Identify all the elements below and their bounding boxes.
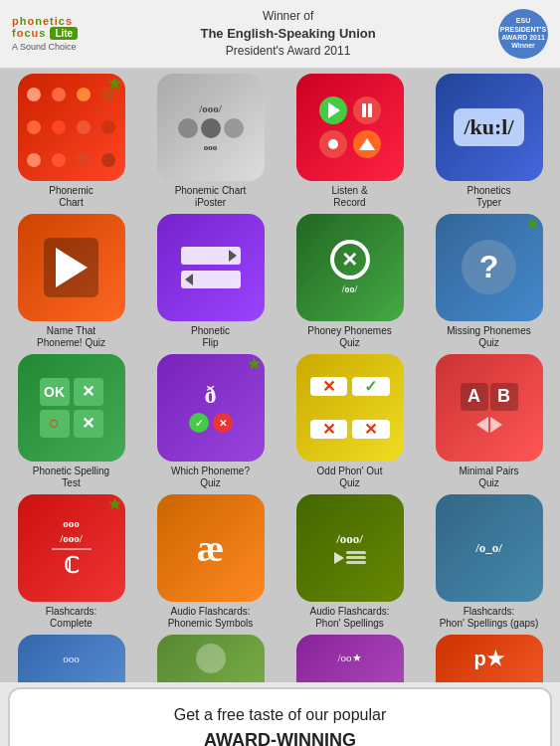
cta-area: Get a free taste of our popular AWARD-WI…	[8, 687, 552, 746]
app-item-partial2[interactable]	[143, 635, 278, 682]
icon-audio-phonemic: æ	[157, 494, 265, 602]
icon-which-phoneme: ð ✓ ✕	[157, 354, 265, 462]
app-item-minimal-pairs[interactable]: A B Minimal PairsQuiz	[422, 354, 556, 489]
logo-letter: u	[32, 27, 39, 40]
icon-partial4: p★	[436, 635, 543, 682]
app-item-odd-phon-out[interactable]: ✕ ✓ ✕ ✕ Odd Phon' OutQuiz	[282, 354, 417, 489]
esu-badge: ESU PRESIDENT'S AWARD 2011 Winner	[498, 9, 548, 59]
app-item-missing-phonemes[interactable]: ? Missing PhonemesQuiz	[422, 214, 556, 349]
logo-letter: e	[43, 15, 49, 27]
icon-phonetics-typer: /ku:l/	[436, 74, 543, 181]
app-grid-container: PhonemicChart /ooo/ ooo Phonemic ChartiP…	[0, 70, 560, 682]
app-item-flashcards-gaps[interactable]: /o_o/ Flashcards:Phon' Spellings (gaps)	[422, 494, 556, 630]
app-label-missing-phonemes: Missing PhonemesQuiz	[447, 325, 530, 349]
logo-area: p h o n e t i c s f o c u s Lite	[12, 15, 78, 52]
icon-partial1: ooo	[18, 635, 125, 682]
star-badge	[108, 497, 122, 511]
logo-letter: o	[17, 27, 24, 40]
icon-name-phoneme	[18, 214, 125, 321]
app-label-flashcards-gaps: Flashcards:Phon' Spellings (gaps)	[440, 606, 539, 630]
app-item-phoney-phonemes[interactable]: ✕ /oo/ Phoney PhonemesQuiz	[282, 214, 417, 349]
app-label-odd-phon-out: Odd Phon' OutQuiz	[317, 466, 383, 489]
app-label-phonemic-chart: PhonemicChart	[49, 185, 93, 209]
logo-letter: c	[24, 27, 30, 40]
app-label-audio-spellings: Audio Flashcards:Phon' Spellings	[309, 606, 389, 630]
app-item-partial4[interactable]: p★	[422, 635, 556, 682]
app-label-phonetics-typer: PhoneticsTyper	[467, 185, 511, 209]
app-label-listen-record: Listen &Record	[331, 185, 367, 209]
app-label-spelling-test: Phonetic SpellingTest	[33, 466, 109, 489]
star-badge	[248, 357, 262, 371]
icon-flashcards-gaps: /o_o/	[436, 494, 543, 602]
app-item-partial3[interactable]: /oo★	[282, 635, 417, 682]
logo-letter: c	[59, 15, 65, 27]
logo-letter: h	[20, 15, 27, 27]
icon-missing-phonemes: ?	[436, 214, 543, 321]
app-item-spelling-test[interactable]: OK ✕ ○ ✕ Phonetic SpellingTest	[4, 354, 138, 489]
app-label-audio-phonemic: Audio Flashcards:Phonemic Symbols	[168, 606, 254, 630]
lite-badge: Lite	[50, 27, 78, 40]
icon-audio-spellings: /ooo/	[296, 494, 404, 602]
award-text: Winner of The English-Speaking Union Pre…	[200, 8, 375, 60]
logo-letter: n	[35, 15, 42, 27]
icon-iposter: /ooo/ ooo	[157, 74, 265, 181]
icon-listen-record	[296, 74, 404, 181]
app-label-name-phoneme: Name ThatPhoneme! Quiz	[37, 325, 105, 349]
app-item-iposter[interactable]: /ooo/ ooo Phonemic ChartiPoster	[143, 74, 278, 209]
app-item-partial1[interactable]: ooo	[4, 635, 138, 682]
icon-phoney-phonemes: ✕ /oo/	[296, 214, 404, 321]
star-badge	[526, 217, 540, 231]
app-label-phonetic-flip: PhoneticFlip	[191, 325, 230, 349]
icon-partial3: /oo★	[296, 635, 404, 682]
app-label-phoney-phonemes: Phoney PhonemesQuiz	[307, 325, 392, 349]
logo-letter: t	[50, 15, 54, 27]
app-item-phonetics-typer[interactable]: /ku:l/ PhoneticsTyper	[422, 74, 556, 209]
logo-letter: f	[12, 27, 16, 40]
logo-letter: o	[27, 15, 34, 27]
logo-letter: s	[39, 27, 45, 40]
icon-flashcards-complete: ooo /ooo/ ℂ	[18, 494, 125, 602]
app-item-which-phoneme[interactable]: ð ✓ ✕ Which Phoneme?Quiz	[143, 354, 278, 489]
icon-odd-phon-out: ✕ ✓ ✕ ✕	[296, 354, 404, 462]
app-item-listen-record[interactable]: Listen &Record	[282, 74, 417, 209]
app-label-which-phoneme: Which Phoneme?Quiz	[171, 466, 250, 489]
app-header: p h o n e t i c s f o c u s Lite	[0, 0, 560, 70]
app-item-audio-spellings[interactable]: /ooo/ Audio Flashcards:Phon' Spellings	[282, 494, 417, 630]
icon-phonetic-flip	[157, 214, 265, 321]
app-item-name-phoneme[interactable]: Name ThatPhoneme! Quiz	[4, 214, 138, 349]
app-item-flashcards-complete[interactable]: ooo /ooo/ ℂ Flashcards:Complete	[4, 494, 138, 630]
cta-text: Get a free taste of our popular AWARD-WI…	[26, 703, 534, 746]
app-label-flashcards-complete: Flashcards:Complete	[46, 606, 97, 630]
icon-partial2	[157, 635, 265, 682]
app-item-phonetic-flip[interactable]: PhoneticFlip	[143, 214, 278, 349]
app-label-iposter: Phonemic ChartiPoster	[175, 185, 247, 209]
logo-letter: s	[66, 15, 72, 27]
icon-minimal-pairs: A B	[436, 354, 543, 462]
icon-spelling-test: OK ✕ ○ ✕	[18, 354, 125, 462]
app-item-audio-phonemic[interactable]: æ Audio Flashcards:Phonemic Symbols	[143, 494, 278, 630]
app-item-phonemic-chart[interactable]: PhonemicChart	[4, 74, 138, 209]
logo-tagline: A Sound Choice	[12, 42, 78, 52]
logo-letter: p	[12, 15, 19, 27]
logo-letter: i	[55, 15, 58, 27]
app-label-minimal-pairs: Minimal PairsQuiz	[459, 466, 518, 489]
icon-phonemic-chart	[18, 74, 125, 181]
